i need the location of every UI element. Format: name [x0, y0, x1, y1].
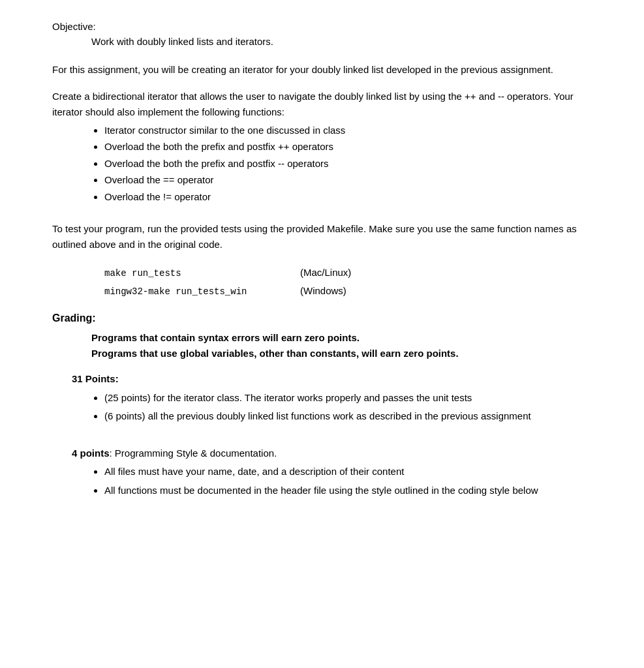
bidirectional-paragraph: Create a bidirectional iterator that all… — [52, 89, 592, 119]
code-line-1: make run_tests (Mac/Linux) — [104, 264, 592, 282]
grading-warning: Programs that contain syntax errors will… — [52, 330, 592, 361]
objective-block: Objective: Work with doubly linked lists… — [52, 20, 592, 49]
intro-paragraph: For this assignment, you will be creatin… — [52, 62, 592, 77]
style-item-1: All files must have your name, date, and… — [104, 464, 592, 479]
four-points-section: 4 points: Programming Style & documentat… — [52, 446, 592, 461]
grading-header: Grading: — [52, 311, 592, 326]
list-item: Iterator constructor similar to the one … — [104, 123, 592, 138]
points-header: 31 Points: — [52, 372, 592, 387]
list-item: Overload the both the prefix and postfix… — [104, 140, 592, 155]
points-item-1: (25 points) for the iterator class. The … — [104, 391, 592, 406]
list-item: Overload the both the prefix and postfix… — [104, 157, 592, 172]
code-cmd-1: make run_tests — [104, 266, 300, 282]
four-points-suffix: : Programming Style & documentation. — [110, 448, 277, 459]
objective-description: Work with doubly linked lists and iterat… — [52, 35, 592, 50]
page-container: Objective: Work with doubly linked lists… — [0, 0, 644, 536]
features-list: Iterator constructor similar to the one … — [104, 123, 592, 205]
code-line-2: mingw32-make run_tests_win (Windows) — [104, 282, 592, 300]
test-paragraph: To test your program, run the provided t… — [52, 221, 592, 252]
points-list: (25 points) for the iterator class. The … — [104, 391, 592, 424]
code-block: make run_tests (Mac/Linux) mingw32-make … — [52, 264, 592, 300]
warning-line-2: Programs that use global variables, othe… — [91, 346, 592, 361]
style-list: All files must have your name, date, and… — [104, 464, 592, 498]
objective-label: Objective: — [52, 20, 592, 35]
list-item: Overload the != operator — [104, 190, 592, 205]
four-points-label: 4 points — [72, 448, 110, 459]
style-item-2: All functions must be documented in the … — [104, 483, 592, 498]
warning-line-1: Programs that contain syntax errors will… — [91, 330, 592, 346]
points-item-2: (6 points) all the previous doubly linke… — [104, 409, 592, 424]
code-platform-2: (Windows) — [300, 282, 346, 299]
code-cmd-2: mingw32-make run_tests_win — [104, 284, 300, 300]
code-platform-1: (Mac/Linux) — [300, 264, 351, 281]
list-item: Overload the == operator — [104, 173, 592, 188]
